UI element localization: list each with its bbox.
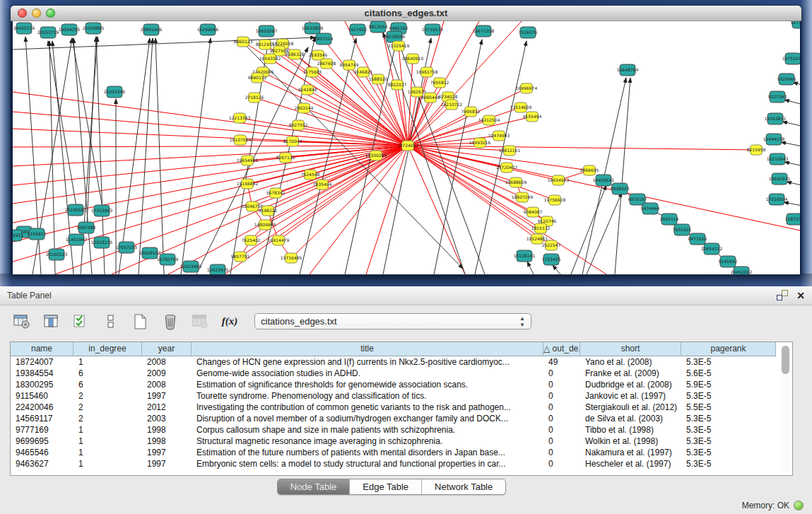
graph-node[interactable]	[772, 173, 787, 185]
graph-node[interactable]	[767, 113, 783, 124]
graph-node[interactable]	[515, 103, 527, 112]
graph-node[interactable]	[425, 93, 437, 103]
graph-node[interactable]	[770, 153, 785, 165]
graph-node[interactable]	[526, 112, 539, 122]
table-row[interactable]: 1830029562008Estimation of significance …	[11, 379, 792, 390]
graph-node[interactable]	[262, 206, 274, 216]
float-panel-icon[interactable]	[777, 290, 788, 300]
graph-node[interactable]	[370, 151, 382, 160]
graph-node[interactable]	[546, 240, 558, 250]
create-column-icon[interactable]	[131, 313, 150, 331]
column-header-title[interactable]: title	[192, 342, 543, 356]
graph-node[interactable]	[704, 243, 719, 255]
graph-node[interactable]	[510, 177, 522, 187]
table-vertical-scrollbar[interactable]	[780, 344, 791, 473]
graph-node[interactable]	[270, 188, 282, 198]
graph-node[interactable]	[302, 85, 314, 95]
graph-node[interactable]	[94, 237, 110, 248]
graph-node[interactable]	[237, 37, 249, 47]
graph-node[interactable]	[392, 80, 404, 90]
function-builder-icon[interactable]: f(x)	[220, 313, 239, 331]
tab-edge-table[interactable]: Edge Table	[350, 479, 422, 494]
graph-node[interactable]	[119, 242, 134, 253]
graph-node[interactable]	[358, 67, 370, 77]
graph-node[interactable]	[160, 254, 175, 265]
graph-node[interactable]	[78, 222, 94, 233]
graph-node[interactable]	[630, 194, 645, 205]
table-row[interactable]: 977716911998Corpus callosum shape and si…	[11, 424, 792, 436]
graph-node[interactable]	[245, 235, 257, 245]
graph-node[interactable]	[350, 24, 365, 35]
column-header-pagerank[interactable]: pagerank	[681, 342, 776, 356]
graph-node[interactable]	[343, 60, 355, 70]
column-header-short[interactable]: short	[580, 342, 681, 356]
graph-node[interactable]	[549, 195, 561, 205]
graph-node[interactable]	[517, 250, 532, 262]
column-header-year[interactable]: year	[142, 342, 192, 356]
tab-node-table[interactable]: Node Table	[278, 479, 351, 494]
graph-node[interactable]	[527, 207, 539, 217]
graph-node[interactable]	[370, 21, 386, 33]
graph-node[interactable]	[242, 179, 254, 189]
graph-node[interactable]	[787, 214, 800, 225]
graph-node[interactable]	[49, 249, 64, 260]
graph-node[interactable]	[521, 83, 533, 93]
scrollbar-thumb[interactable]	[782, 346, 789, 374]
graph-node[interactable]	[316, 33, 331, 45]
graph-node[interactable]	[421, 67, 433, 77]
graph-node[interactable]	[16, 23, 32, 34]
graph-node[interactable]	[792, 21, 800, 28]
graph-node[interactable]	[143, 24, 159, 35]
graph-node[interactable]	[535, 223, 547, 233]
graph-node[interactable]	[520, 27, 536, 38]
graph-node[interactable]	[305, 170, 317, 180]
network-window-titlebar[interactable]: citations_edges.txt	[11, 6, 801, 21]
graph-node[interactable]	[425, 24, 440, 35]
graph-node[interactable]	[620, 64, 635, 76]
select-rows-icon[interactable]	[72, 313, 90, 331]
graph-node[interactable]	[372, 74, 384, 84]
graph-node[interactable]	[68, 204, 83, 216]
graph-node[interactable]	[770, 91, 785, 103]
graph-node[interactable]	[305, 23, 320, 34]
graph-node[interactable]	[493, 131, 505, 141]
graph-node[interactable]	[476, 25, 491, 37]
graph-node[interactable]	[584, 165, 596, 175]
graph-node[interactable]	[247, 201, 259, 211]
graph-node[interactable]	[474, 138, 486, 148]
graph-node[interactable]	[249, 93, 261, 103]
graph-node[interactable]	[661, 214, 677, 225]
import-table-icon[interactable]	[191, 313, 209, 331]
graph-node[interactable]	[259, 220, 271, 230]
graph-node[interactable]	[642, 203, 658, 214]
graph-node[interactable]	[720, 256, 736, 267]
table-select-combobox[interactable]: citations_edges.txt ▲▼	[254, 313, 531, 329]
table-row[interactable]: 1872400712008Changes of HCN gene express…	[11, 356, 792, 368]
graph-node[interactable]	[531, 234, 543, 244]
table-settings-icon[interactable]	[13, 313, 31, 331]
graph-node[interactable]	[252, 73, 264, 83]
graph-node[interactable]	[287, 136, 299, 146]
graph-node[interactable]	[465, 107, 477, 117]
graph-node[interactable]	[210, 264, 225, 274]
graph-node[interactable]	[298, 103, 310, 113]
graph-node[interactable]	[504, 146, 516, 156]
graph-node[interactable]	[307, 67, 319, 77]
column-header-in-degree[interactable]: in_degree	[73, 342, 142, 356]
graph-node[interactable]	[235, 252, 247, 262]
table-row[interactable]: 1938455462009Genome-wide association stu…	[11, 368, 792, 379]
graph-node[interactable]	[517, 192, 529, 202]
graph-node[interactable]	[317, 180, 329, 189]
graph-node[interactable]	[690, 233, 705, 245]
graph-node[interactable]	[553, 175, 565, 185]
graph-node[interactable]	[107, 86, 122, 98]
table-row[interactable]: 911546021997Tourette syndrome. Phenomeno…	[11, 390, 792, 402]
graph-node[interactable]	[393, 41, 405, 51]
close-window-button[interactable]	[18, 8, 27, 18]
graph-node[interactable]	[13, 230, 22, 241]
delete-column-icon[interactable]	[161, 313, 180, 331]
table-row[interactable]: 2242004622012Investigating the contribut…	[11, 402, 792, 413]
graph-node[interactable]	[483, 115, 495, 125]
column-header-name[interactable]: name	[11, 342, 73, 356]
graph-node[interactable]	[94, 205, 110, 216]
